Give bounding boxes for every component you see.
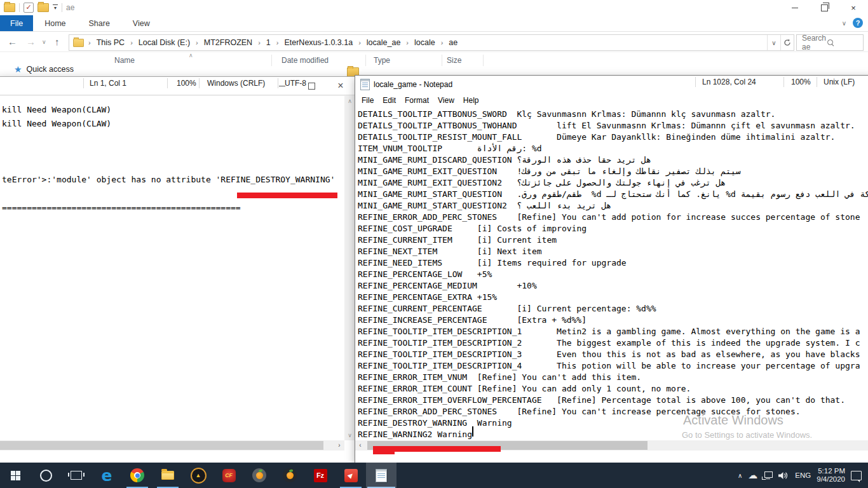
text-line: REFINE_CURRENT_ITEM [i] Current item xyxy=(358,234,868,246)
text-line: REFINE_ERROR_ADD_PERC_STONES [Refine] Yo… xyxy=(358,212,868,223)
menu-item[interactable]: Format xyxy=(400,96,433,105)
scrollbar-thumb[interactable] xyxy=(0,441,323,450)
menu-item[interactable]: Edit xyxy=(378,96,400,105)
show-hidden-icons-chevron[interactable]: ∧ xyxy=(738,472,742,479)
address-bar[interactable]: › This PC›Local Disk (E:)›MT2FROZEN›1›Et… xyxy=(69,34,794,51)
address-dropdown-icon[interactable]: ∨ xyxy=(767,35,780,50)
column-header-size[interactable]: Size xyxy=(447,56,461,65)
quick-access-toolbar: ✓ ▾ ae xyxy=(4,2,74,13)
start-button[interactable] xyxy=(0,463,31,488)
line-ending: Windows (CRLF) xyxy=(207,79,265,88)
tab-file[interactable]: File xyxy=(0,15,33,31)
text-line: REFINE_PERCENTAGE_MEDIUM +10% xyxy=(358,280,868,292)
sort-ascending-icon: ∧ xyxy=(189,52,193,58)
taskbar-item-file-explorer[interactable] xyxy=(153,463,183,488)
taskbar-item-daemon-tools[interactable]: ▲ xyxy=(183,463,214,488)
text-line: REFINE_NEXT_ITEM [i] Next item xyxy=(358,246,868,257)
notepad-icon xyxy=(376,469,387,482)
recent-locations-dropdown-icon[interactable]: ∨ xyxy=(42,39,46,45)
task-view-button[interactable] xyxy=(61,463,92,488)
tab-share[interactable]: Share xyxy=(78,15,121,31)
taskbar-item-chrome[interactable] xyxy=(122,463,153,488)
text-line: MINI_GAME_RUMI_START_QUESTION2 هل تريد ب… xyxy=(358,200,868,212)
system-tray: ∧ ☁ ENG 5:12 PM 9/4/2020 xyxy=(738,463,868,488)
close-button[interactable]: × xyxy=(326,77,355,95)
taskbar-item-cortana[interactable] xyxy=(31,463,61,488)
encoding: UTF-8 xyxy=(285,79,306,88)
help-icon[interactable]: ? xyxy=(853,18,863,28)
menu-item[interactable]: Help xyxy=(459,96,484,105)
sidebar-item-quick-access[interactable]: ★ Quick access xyxy=(14,65,74,74)
taskbar-item-fl-studio[interactable] xyxy=(244,463,275,488)
taskbar-item-crossfire[interactable]: CF xyxy=(214,463,244,488)
breadcrumb-item[interactable]: EterNexus-1.0.3.1a› xyxy=(281,38,363,47)
taskbar-item-notepad[interactable] xyxy=(366,463,397,488)
language-indicator[interactable]: ENG xyxy=(795,471,811,479)
new-folder-button[interactable] xyxy=(37,3,49,12)
column-header-name[interactable]: Name xyxy=(114,56,135,65)
taskbar-item-fl-studio-2[interactable] xyxy=(275,463,305,488)
onedrive-cloud-icon[interactable]: ☁ xyxy=(748,470,757,481)
speaker-icon[interactable] xyxy=(778,471,789,480)
refresh-icon[interactable] xyxy=(780,35,794,50)
breadcrumb-item[interactable]: locale› xyxy=(412,38,446,47)
search-input[interactable]: Search ae xyxy=(796,34,864,51)
column-divider[interactable] xyxy=(365,55,366,66)
horizontal-scrollbar[interactable]: › xyxy=(0,440,344,451)
breadcrumb-separator: › xyxy=(273,39,282,46)
breadcrumb-item[interactable]: locale_ae› xyxy=(364,38,412,47)
text-line: teError'>:'module' object has no attribu… xyxy=(2,173,344,187)
breadcrumb-separator: › xyxy=(403,39,412,46)
breadcrumb-item[interactable]: This PC› xyxy=(94,38,136,47)
menu-item[interactable]: View xyxy=(433,96,459,105)
menu-item[interactable]: File xyxy=(357,96,378,105)
close-button[interactable]: × xyxy=(839,0,868,15)
taskbar-item-filezilla[interactable]: Fz xyxy=(305,463,336,488)
network-icon[interactable] xyxy=(763,471,773,479)
taskbar-item-edge[interactable]: e xyxy=(92,463,122,488)
column-divider[interactable] xyxy=(442,55,442,66)
cursor-position: Ln 1, Col 1 xyxy=(90,79,126,88)
activate-windows-watermark-subtitle: Go to Settings to activate Windows. xyxy=(682,430,812,440)
tab-home[interactable]: Home xyxy=(33,15,77,31)
tab-view[interactable]: View xyxy=(121,15,161,31)
text-line: REFINE_TOOLTIP_ITEM_DESCRIPTION_1 Metin2… xyxy=(358,326,868,337)
vertical-scrollbar[interactable]: ∧ ∨ xyxy=(344,96,355,440)
forward-button[interactable]: → xyxy=(26,36,36,47)
text-line: REFINE_NEED_ITEMS [i] Items required for… xyxy=(358,257,868,269)
text-line: REFINE_ERROR_ITEM_COUNT [Refine] You can… xyxy=(358,383,868,395)
notepad-left-text-area[interactable]: kill Need Weapon(CLAW)kill Need Weapon(C… xyxy=(0,96,344,440)
customize-toolbar-dropdown[interactable]: ▾ xyxy=(53,4,58,11)
red-highlight-annotation xyxy=(373,451,395,454)
text-line: kill Need Weapon(CLAW) xyxy=(2,117,344,131)
notepad-menubar: FileEditFormatViewHelp xyxy=(355,93,868,107)
explorer-window-controls: × xyxy=(780,0,868,15)
breadcrumb-item[interactable]: 1› xyxy=(264,38,282,47)
taskbar-item-red-editor[interactable]: ▶ xyxy=(336,463,366,488)
breadcrumb-item[interactable]: Local Disk (E:)› xyxy=(136,38,201,47)
up-button[interactable]: ↑ xyxy=(55,36,60,47)
breadcrumb-item[interactable]: ae› xyxy=(446,38,460,47)
window-title: ae xyxy=(66,3,74,12)
text-line: kill Need Weapon(CLAW) xyxy=(2,103,344,117)
properties-button[interactable]: ✓ xyxy=(24,3,34,13)
scroll-up-icon[interactable]: ∧ xyxy=(344,96,355,106)
red-editor-icon: ▶ xyxy=(344,469,358,482)
column-divider[interactable] xyxy=(271,55,272,66)
minimize-button[interactable] xyxy=(780,0,810,15)
ribbon-tabs: File Home Share View xyxy=(0,15,868,32)
column-header-date-modified[interactable]: Date modified xyxy=(281,56,329,65)
restore-button[interactable] xyxy=(810,0,839,15)
scroll-left-icon[interactable]: ‹ xyxy=(355,440,365,451)
column-divider[interactable] xyxy=(483,55,484,66)
column-header-type[interactable]: Type xyxy=(374,56,390,65)
scroll-down-icon[interactable]: ∨ xyxy=(344,430,355,440)
search-icon xyxy=(827,39,858,46)
collapse-ribbon-icon[interactable]: ∨ xyxy=(842,20,846,27)
back-button[interactable]: ← xyxy=(8,36,17,47)
clock[interactable]: 5:12 PM 9/4/2020 xyxy=(817,467,845,484)
scroll-right-icon[interactable]: › xyxy=(334,440,344,451)
breadcrumb-item[interactable]: MT2FROZEN› xyxy=(201,38,264,47)
action-center-icon[interactable] xyxy=(851,471,862,480)
notepad-right-text-area[interactable]: DETAILS_TOOLTIP_ATTBONUS_SWORD Klç Savun… xyxy=(355,107,868,440)
